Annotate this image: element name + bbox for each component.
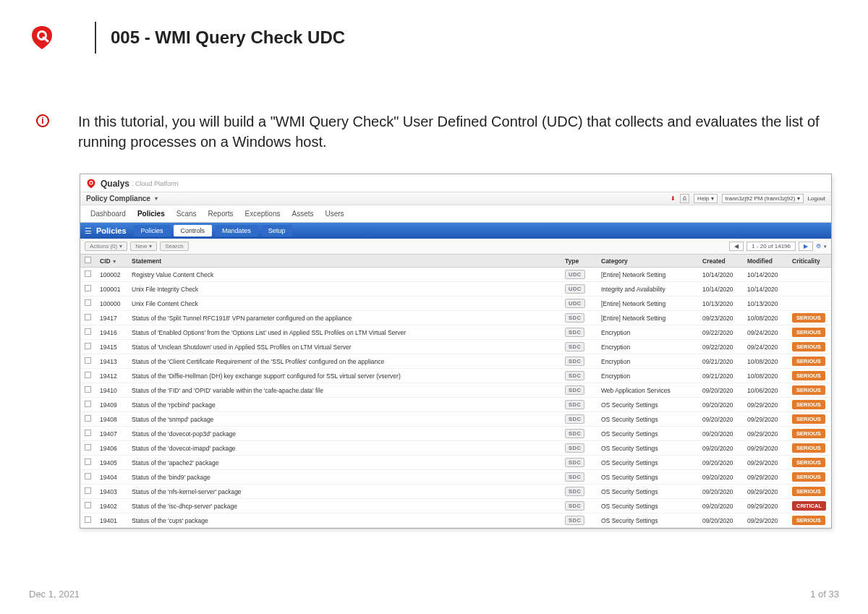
cell-cid: 19409 [95, 398, 127, 412]
user-menu[interactable]: trann3zj92 PM (trann3zj92) ▾ [722, 194, 804, 203]
row-checkbox[interactable] [85, 372, 91, 378]
cell-statement: Registry Value Content Check [127, 268, 561, 282]
cell-criticality: SERIOUS [788, 441, 831, 456]
table-row[interactable]: 19412Status of the 'Diffie-Hellman (DH) … [80, 369, 831, 383]
cell-statement: Status of the 'Split Tunnel RFC1918' VPN… [127, 311, 561, 325]
nav-reports[interactable]: Reports [208, 210, 234, 218]
row-checkbox[interactable] [85, 270, 91, 277]
gear-icon[interactable]: ⚙ [816, 243, 821, 250]
cell-statement: Status of the 'nfs-kernel-server' packag… [127, 485, 561, 499]
nav-exceptions[interactable]: Exceptions [245, 210, 281, 218]
table-header-row: CID▼ Statement Type Category Created Mod… [80, 255, 831, 268]
sub-nav-title: Policies [96, 226, 127, 235]
col-category[interactable]: Category [597, 255, 698, 268]
cell-category: [Entire] Network Setting [597, 297, 698, 311]
print-icon[interactable]: ⎙ [680, 194, 689, 203]
help-menu[interactable]: Help ▾ [694, 194, 718, 203]
nav-users[interactable]: Users [325, 210, 344, 218]
table-row[interactable]: 19410Status of the 'FID' and 'OPID' vari… [80, 383, 831, 398]
row-checkbox[interactable] [85, 430, 91, 436]
table-row[interactable]: 19403Status of the 'nfs-kernel-server' p… [80, 485, 831, 499]
subtab-setup[interactable]: Setup [261, 225, 293, 236]
subtab-mandates[interactable]: Mandates [215, 225, 258, 236]
app-bar: Policy Compliance ▾ ⬇ ⎙ Help ▾ trann3zj9… [80, 192, 831, 205]
nav-assets[interactable]: Assets [292, 210, 313, 218]
cell-created: 09/20/2020 [698, 456, 743, 470]
cell-category: OS Security Settings [597, 499, 698, 513]
cell-category: OS Security Settings [597, 513, 698, 528]
cell-modified: 09/24/2020 [743, 340, 788, 354]
table-row[interactable]: 19408Status of the 'snmpd' packageSDCOS … [80, 412, 831, 427]
new-button[interactable]: New▾ [130, 242, 157, 251]
row-checkbox[interactable] [85, 285, 91, 291]
cell-statement: Status of the 'snmpd' package [127, 412, 561, 427]
table-row[interactable]: 19402Status of the 'isc-dhcp-server' pac… [80, 499, 831, 513]
col-cid[interactable]: CID▼ [95, 255, 127, 268]
row-checkbox[interactable] [85, 386, 91, 393]
select-all-checkbox[interactable] [85, 257, 91, 263]
row-checkbox[interactable] [85, 314, 91, 320]
row-checkbox[interactable] [85, 415, 91, 422]
row-checkbox[interactable] [85, 328, 91, 335]
cell-criticality [788, 268, 831, 282]
nav-dashboard[interactable]: Dashboard [90, 210, 126, 218]
cell-category: [Entire] Network Setting [597, 268, 698, 282]
row-checkbox[interactable] [85, 357, 91, 364]
col-modified[interactable]: Modified [743, 255, 788, 268]
subtab-controls[interactable]: Controls [174, 225, 213, 236]
actions-button[interactable]: Actions (0)▾ [85, 242, 127, 251]
cell-statement: Status of the 'apache2' package [127, 456, 561, 470]
table-row[interactable]: 19415Status of 'Unclean Shutdown' used i… [80, 340, 831, 354]
cell-type: SDC [561, 354, 597, 369]
cell-cid: 19412 [95, 369, 127, 383]
table-row[interactable]: 19404Status of the 'bind9' packageSDCOS … [80, 470, 831, 485]
row-checkbox[interactable] [85, 516, 91, 523]
subtab-policies[interactable]: Policies [134, 225, 171, 236]
pager-prev[interactable]: ◀ [729, 242, 744, 251]
table-row[interactable]: 19409Status of the 'rpcbind' packageSDCO… [80, 398, 831, 412]
row-checkbox[interactable] [85, 299, 91, 306]
table-row[interactable]: 19417Status of the 'Split Tunnel RFC1918… [80, 311, 831, 325]
table-row[interactable]: 100001Unix File Integrity CheckUDCIntegr… [80, 282, 831, 297]
row-checkbox[interactable] [85, 502, 91, 508]
row-checkbox[interactable] [85, 459, 91, 465]
alert-icon[interactable]: ⬇ [671, 195, 676, 202]
col-created[interactable]: Created [698, 255, 743, 268]
cell-created: 09/20/2020 [698, 470, 743, 485]
logout-link[interactable]: Logout [808, 195, 825, 202]
cell-cid: 19404 [95, 470, 127, 485]
table-row[interactable]: 19401Status of the 'cups' packageSDCOS S… [80, 513, 831, 528]
cell-type: SDC [561, 383, 597, 398]
cell-category: OS Security Settings [597, 427, 698, 441]
col-statement[interactable]: Statement [127, 255, 561, 268]
cell-criticality: SERIOUS [788, 456, 831, 470]
nav-scans[interactable]: Scans [176, 210, 197, 218]
nav-policies[interactable]: Policies [137, 210, 165, 218]
row-checkbox[interactable] [85, 401, 91, 407]
table-row[interactable]: 100002Registry Value Content CheckUDC[En… [80, 268, 831, 282]
cell-statement: Status of 'Enabled Options' from the 'Op… [127, 325, 561, 340]
table-row[interactable]: 100000Unix File Content CheckUDC[Entire]… [80, 297, 831, 311]
table-row[interactable]: 19413Status of the 'Client Certificate R… [80, 354, 831, 369]
table-row[interactable]: 19407Status of the 'dovecot-pop3d' packa… [80, 427, 831, 441]
pager-next[interactable]: ▶ [799, 242, 813, 251]
row-checkbox[interactable] [85, 444, 91, 451]
table-row[interactable]: 19406Status of the 'dovecot-imapd' packa… [80, 441, 831, 456]
cell-category: OS Security Settings [597, 485, 698, 499]
cell-created: 09/20/2020 [698, 427, 743, 441]
cell-criticality: SERIOUS [788, 398, 831, 412]
cell-cid: 19410 [95, 383, 127, 398]
cell-created: 09/23/2020 [698, 311, 743, 325]
row-checkbox[interactable] [85, 343, 91, 349]
col-type[interactable]: Type [561, 255, 597, 268]
table-row[interactable]: 19405Status of the 'apache2' packageSDCO… [80, 456, 831, 470]
row-checkbox[interactable] [85, 487, 91, 494]
search-button[interactable]: Search [160, 242, 188, 251]
table-row[interactable]: 19416Status of 'Enabled Options' from th… [80, 325, 831, 340]
cell-type: SDC [561, 340, 597, 354]
module-picker[interactable]: Policy Compliance ▾ [86, 195, 158, 202]
doc-header: 005 - WMI Query Check UDC [0, 0, 868, 68]
row-checkbox[interactable] [85, 473, 91, 479]
col-criticality[interactable]: Criticality [788, 255, 831, 268]
cell-modified: 09/29/2020 [743, 499, 788, 513]
